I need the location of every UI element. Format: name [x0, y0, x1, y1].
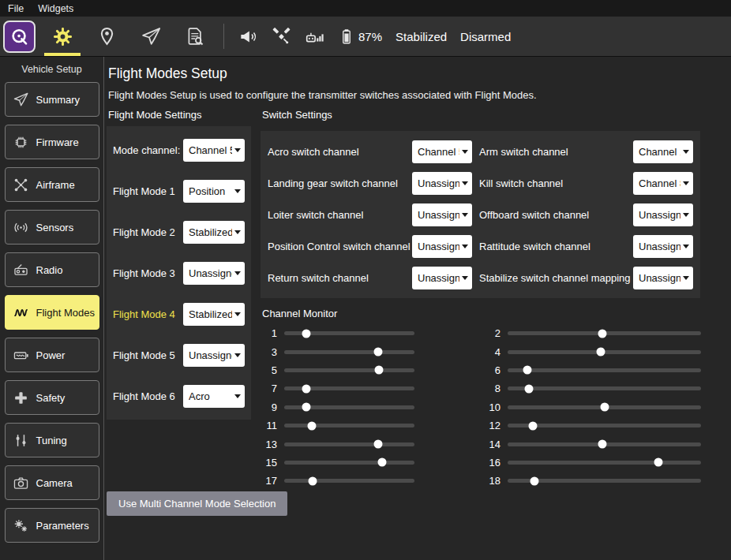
sidebar-item-label: Airframe: [36, 179, 75, 191]
rc-signal-icon[interactable]: [305, 27, 324, 47]
channel-8: 8: [487, 383, 701, 394]
kill-switch-channel-label: Kill switch channel: [472, 177, 633, 189]
selected-value: Unassigned: [639, 272, 680, 284]
plan-view-button[interactable]: [84, 17, 129, 56]
menu-file[interactable]: File: [8, 3, 24, 14]
channel-1-dot: [302, 329, 311, 338]
channel-12: 12: [487, 420, 701, 431]
sidebar-item-sensors[interactable]: Sensors: [5, 210, 99, 245]
sidebar-item-label: Power: [36, 349, 66, 361]
kill-switch-channel-select[interactable]: Channel 8: [633, 172, 693, 195]
menu-widgets[interactable]: Widgets: [38, 3, 73, 14]
arm-switch-channel-select[interactable]: Channel 12: [633, 140, 693, 163]
dropdown-arrow-icon: [683, 181, 689, 185]
switch-settings-row: Loiter switch channelUnassignedOffboard …: [268, 199, 693, 230]
channel-1-number: 1: [264, 327, 277, 339]
sidebar-item-summary[interactable]: Summary: [5, 82, 99, 117]
sidebar-item-tuning[interactable]: Tuning: [5, 423, 99, 457]
toolbar-status: 87% Stabilized Disarmed: [238, 27, 511, 47]
channel-11-dot: [307, 421, 316, 430]
channel-17: 17: [264, 475, 414, 487]
dropdown-arrow-icon: [683, 245, 689, 248]
stabilize-switch-channel-mapping-select[interactable]: Unassigned: [633, 267, 693, 289]
channel-3: 3: [264, 346, 414, 358]
flight-mode-2-select[interactable]: Stabilized: [183, 221, 245, 244]
sidebar-item-firmware[interactable]: Firmware: [5, 125, 99, 159]
vehicle-setup-view-button[interactable]: [40, 17, 84, 56]
switch-settings-title: Switch Settings: [262, 109, 332, 121]
return-switch-channel-label: Return switch channel: [268, 272, 412, 284]
toolbar: 87% Stabilized Disarmed: [0, 17, 731, 57]
acro-switch-channel-label: Acro switch channel: [268, 146, 412, 158]
battery-indicator[interactable]: 87%: [338, 28, 382, 45]
sidebar-item-label: Flight Modes: [36, 307, 95, 319]
flight-mode-5-select[interactable]: Unassigned: [183, 344, 245, 367]
parameter-gears-icon: [13, 517, 29, 534]
page-subtitle: Flight Modes Setup is used to configure …: [108, 89, 537, 101]
loiter-switch-channel-select[interactable]: Unassigned: [412, 203, 472, 226]
flight-mode-4-select[interactable]: Stabilized: [183, 303, 245, 326]
return-switch-channel-select[interactable]: Unassigned: [412, 267, 472, 289]
use-multi-channel-button[interactable]: Use Multi Channel Mode Selection: [107, 491, 287, 516]
dropdown-arrow-icon: [462, 245, 468, 248]
switch-settings-row: Landing gear switch channelUnassignedKil…: [268, 167, 693, 199]
gps-satellite-icon[interactable]: [272, 27, 291, 47]
sidebar-item-flight-modes[interactable]: Flight Modes: [5, 295, 99, 330]
channel-6-track: [508, 368, 701, 372]
dropdown-arrow-icon: [234, 189, 241, 193]
channel-monitor-row: 1112: [264, 416, 701, 435]
dropdown-arrow-icon: [683, 213, 689, 217]
sidebar-item-safety[interactable]: Safety: [5, 380, 99, 415]
channel-13-number: 13: [264, 439, 277, 450]
sidebar: Vehicle Setup SummaryFirmwareAirframeSen…: [0, 57, 104, 560]
fly-view-button[interactable]: [129, 17, 173, 56]
flight-mode-3-label: Flight Mode 3: [113, 267, 175, 279]
channel-monitor-row: 12: [264, 324, 701, 342]
channel-15-number: 15: [264, 457, 277, 469]
dropdown-arrow-icon: [234, 394, 241, 398]
offboard-switch-channel-select[interactable]: Unassigned: [633, 203, 693, 226]
channel-monitor-row: 910: [264, 398, 701, 416]
channel-4-dot: [596, 348, 605, 357]
selected-value: Stabilized: [189, 308, 232, 320]
channel-14: 14: [487, 439, 701, 450]
channel-16-dot: [654, 458, 663, 467]
arm-switch-channel-label: Arm switch channel: [472, 146, 633, 158]
flight-mode-1-select[interactable]: Position: [183, 180, 245, 203]
tuning-sliders-icon: [13, 432, 29, 449]
channel-11: 11: [264, 420, 414, 431]
channel-5-track: [284, 368, 414, 372]
flight-mode-indicator[interactable]: Stabilized: [395, 30, 447, 43]
flight-mode-3-select[interactable]: Unassigned: [183, 262, 245, 285]
channel-9-number: 9: [264, 401, 277, 413]
channel-monitor-row: 56: [264, 361, 701, 379]
channel-6-dot: [523, 366, 531, 375]
position-control-switch-channel-select[interactable]: Unassigned: [412, 235, 472, 258]
flight-mode-row: Flight Mode 2Stabilized: [113, 211, 245, 252]
setup-gear-icon: [52, 26, 73, 47]
megaphone-icon[interactable]: [238, 27, 258, 47]
acro-switch-channel-select[interactable]: Channel 5: [412, 140, 472, 163]
selected-value: Stabilized: [189, 226, 232, 238]
armed-state-indicator[interactable]: Disarmed: [460, 30, 511, 43]
analyze-view-button[interactable]: [173, 17, 217, 56]
flight-mode-6-select[interactable]: Acro: [183, 385, 245, 408]
channel-4-track: [508, 350, 701, 354]
sidebar-item-camera[interactable]: Camera: [5, 465, 99, 500]
landing-gear-switch-channel-select[interactable]: Unassigned: [412, 172, 472, 195]
sidebar-item-airframe[interactable]: Airframe: [5, 167, 99, 202]
rattitude-switch-channel-select[interactable]: Unassigned: [633, 235, 693, 258]
sidebar-item-power[interactable]: Power: [5, 338, 99, 372]
sidebar-items: SummaryFirmwareAirframeSensorsRadioFligh…: [0, 82, 103, 543]
sidebar-item-radio[interactable]: Radio: [5, 252, 99, 287]
channel-5-dot: [375, 366, 384, 375]
mode-channel-select[interactable]: Channel 5: [183, 139, 245, 162]
sidebar-item-parameters[interactable]: Parameters: [5, 508, 99, 543]
battery-percent: 87%: [358, 30, 382, 43]
channel-1: 1: [264, 327, 414, 339]
channel-14-number: 14: [487, 439, 500, 450]
offboard-switch-channel-label: Offboard switch channel: [472, 209, 633, 221]
qgc-logo[interactable]: [3, 21, 36, 53]
dropdown-arrow-icon: [462, 276, 468, 280]
channel-12-dot: [528, 421, 537, 430]
